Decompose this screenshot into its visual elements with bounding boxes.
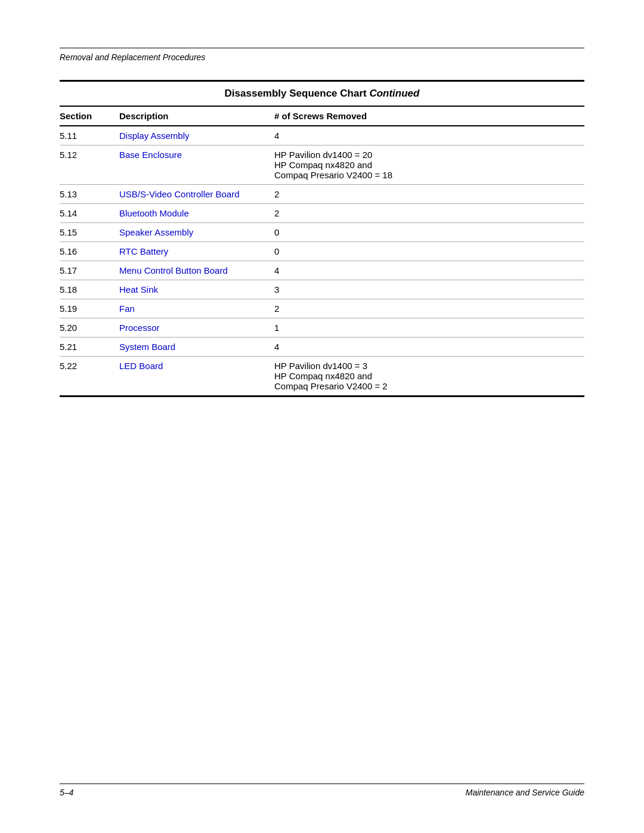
- footer-page-number: 5–4: [60, 788, 73, 797]
- description-link[interactable]: Speaker Assembly: [119, 227, 193, 237]
- cell-screws: 1: [274, 318, 584, 337]
- cell-description: Speaker Assembly: [119, 223, 274, 242]
- cell-section: 5.21: [60, 337, 119, 357]
- cell-description: System Board: [119, 337, 274, 357]
- header-section: Removal and Replacement Procedures: [60, 48, 584, 62]
- cell-description: LED Board: [119, 357, 274, 397]
- header-divider: [60, 48, 584, 48]
- footer-content: 5–4 Maintenance and Service Guide: [60, 788, 584, 797]
- table-row: 5.18Heat Sink3: [60, 280, 584, 299]
- description-link[interactable]: System Board: [119, 342, 175, 352]
- table-row: 5.13USB/S-Video Controller Board2: [60, 185, 584, 204]
- cell-description: Heat Sink: [119, 280, 274, 299]
- table-row: 5.11Display Assembly4: [60, 126, 584, 145]
- cell-screws: 4: [274, 337, 584, 357]
- cell-description: RTC Battery: [119, 242, 274, 261]
- cell-section: 5.19: [60, 299, 119, 318]
- table-row: 5.19Fan2: [60, 299, 584, 318]
- table-container: Disassembly Sequence Chart Continued Sec…: [60, 80, 584, 397]
- cell-description: USB/S-Video Controller Board: [119, 185, 274, 204]
- col-header-section: Section: [60, 107, 119, 126]
- cell-screws: 0: [274, 242, 584, 261]
- cell-description: Display Assembly: [119, 126, 274, 145]
- col-header-description: Description: [119, 107, 274, 126]
- cell-section: 5.22: [60, 357, 119, 397]
- cell-screws: HP Pavilion dv1400 = 3HP Compaq nx4820 a…: [274, 357, 584, 397]
- description-link[interactable]: Heat Sink: [119, 284, 158, 295]
- cell-screws: 2: [274, 299, 584, 318]
- description-link[interactable]: LED Board: [119, 361, 163, 371]
- cell-screws: 0: [274, 223, 584, 242]
- cell-description: Fan: [119, 299, 274, 318]
- table-row: 5.20Processor1: [60, 318, 584, 337]
- table-row: 5.12Base EnclosureHP Pavilion dv1400 = 2…: [60, 145, 584, 185]
- table-title-row: Disassembly Sequence Chart Continued: [60, 80, 584, 107]
- cell-description: Menu Control Button Board: [119, 261, 274, 280]
- cell-section: 5.16: [60, 242, 119, 261]
- cell-screws: 2: [274, 185, 584, 204]
- table-row: 5.14Bluetooth Module2: [60, 204, 584, 223]
- cell-description: Processor: [119, 318, 274, 337]
- description-link[interactable]: Bluetooth Module: [119, 208, 189, 218]
- description-link[interactable]: Menu Control Button Board: [119, 265, 228, 275]
- description-link[interactable]: Display Assembly: [119, 131, 190, 141]
- table-row: 5.21System Board4: [60, 337, 584, 357]
- cell-section: 5.14: [60, 204, 119, 223]
- cell-section: 5.20: [60, 318, 119, 337]
- cell-description: Base Enclosure: [119, 145, 274, 185]
- cell-screws: HP Pavilion dv1400 = 20HP Compaq nx4820 …: [274, 145, 584, 185]
- description-link[interactable]: Fan: [119, 304, 135, 314]
- cell-section: 5.11: [60, 126, 119, 145]
- description-link[interactable]: RTC Battery: [119, 246, 168, 256]
- header-text: Removal and Replacement Procedures: [60, 52, 205, 62]
- table-title-italic: Continued: [369, 88, 419, 99]
- cell-screws: 4: [274, 126, 584, 145]
- footer-divider: [60, 784, 584, 784]
- cell-screws: 3: [274, 280, 584, 299]
- cell-section: 5.15: [60, 223, 119, 242]
- table-row: 5.16RTC Battery0: [60, 242, 584, 261]
- col-header-screws: # of Screws Removed: [274, 107, 584, 126]
- table-row: 5.17Menu Control Button Board4: [60, 261, 584, 280]
- cell-section: 5.13: [60, 185, 119, 204]
- page-container: Removal and Replacement Procedures Disas…: [0, 0, 644, 833]
- table-title-text: Disassembly Sequence Chart: [225, 88, 370, 99]
- table-row: 5.15Speaker Assembly0: [60, 223, 584, 242]
- table-title: Disassembly Sequence Chart Continued: [225, 88, 420, 99]
- cell-section: 5.17: [60, 261, 119, 280]
- table-row: 5.22LED BoardHP Pavilion dv1400 = 3HP Co…: [60, 357, 584, 397]
- disassembly-table: Section Description # of Screws Removed …: [60, 107, 584, 397]
- table-header-row: Section Description # of Screws Removed: [60, 107, 584, 126]
- description-link[interactable]: Base Enclosure: [119, 150, 182, 160]
- description-link[interactable]: Processor: [119, 323, 160, 333]
- cell-section: 5.12: [60, 145, 119, 185]
- footer-guide-title: Maintenance and Service Guide: [466, 788, 584, 797]
- cell-section: 5.18: [60, 280, 119, 299]
- description-link[interactable]: USB/S-Video Controller Board: [119, 189, 240, 199]
- footer-section: 5–4 Maintenance and Service Guide: [60, 784, 584, 797]
- cell-screws: 2: [274, 204, 584, 223]
- cell-description: Bluetooth Module: [119, 204, 274, 223]
- cell-screws: 4: [274, 261, 584, 280]
